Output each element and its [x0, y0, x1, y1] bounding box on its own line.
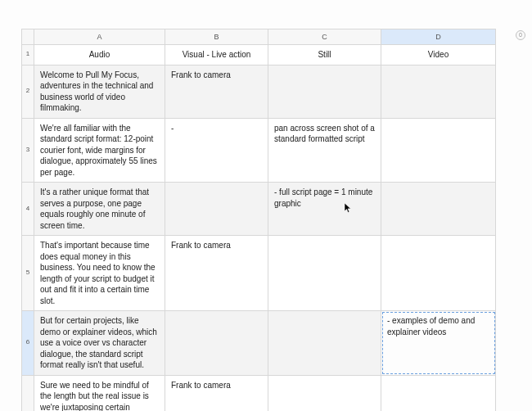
- column-group-handle-right[interactable]: 0: [516, 30, 525, 40]
- cell-d6[interactable]: - examples of demo and explainer videos: [381, 311, 496, 376]
- select-all-corner[interactable]: [22, 29, 34, 45]
- cell-c2[interactable]: [268, 65, 381, 118]
- cell-b3[interactable]: -: [165, 118, 268, 183]
- spreadsheet-viewport: 0 0 A B C D 1 Audio Visual - Live action…: [0, 0, 532, 411]
- cell-d2[interactable]: [381, 65, 496, 118]
- cell-a7[interactable]: Sure we need to be mindful of the length…: [34, 375, 165, 411]
- column-header-c[interactable]: C: [268, 29, 381, 45]
- column-header-a[interactable]: A: [34, 29, 165, 45]
- cell-b5[interactable]: Frank to camera: [165, 236, 268, 311]
- spreadsheet-grid[interactable]: A B C D 1 Audio Visual - Live action Sti…: [21, 29, 496, 411]
- cell-d7[interactable]: [381, 375, 496, 411]
- cell-c6[interactable]: [268, 311, 381, 376]
- cell-b6[interactable]: [165, 311, 268, 376]
- cell-c4[interactable]: - full script page = 1 minute graphic: [268, 183, 381, 236]
- cell-a4[interactable]: It's a rather unique format that serves …: [34, 183, 165, 236]
- cell-d4[interactable]: [381, 183, 496, 236]
- cell-a6[interactable]: But for certain projects, like demo or e…: [34, 311, 165, 376]
- cell-d3[interactable]: [381, 118, 496, 183]
- row-header-2[interactable]: 2: [22, 65, 34, 118]
- cell-a1[interactable]: Audio: [34, 45, 165, 65]
- cell-c3[interactable]: pan across screen shot of a standard for…: [268, 118, 381, 183]
- row-header-6[interactable]: 6: [22, 311, 34, 376]
- column-header-b[interactable]: B: [165, 29, 268, 45]
- cell-c5[interactable]: [268, 236, 381, 311]
- cell-c1[interactable]: Still: [268, 45, 381, 65]
- row-header-4[interactable]: 4: [22, 183, 34, 236]
- row-header-7[interactable]: 7: [22, 375, 34, 411]
- row-header-5[interactable]: 5: [22, 236, 34, 311]
- cell-d5[interactable]: [381, 236, 496, 311]
- cell-b4[interactable]: [165, 183, 268, 236]
- row-header-1[interactable]: 1: [22, 45, 34, 65]
- column-header-d[interactable]: D: [381, 29, 496, 45]
- cell-a3[interactable]: We're all familiar with the standard scr…: [34, 118, 165, 183]
- cell-b7[interactable]: Frank to camera: [165, 375, 268, 411]
- cell-a5[interactable]: That's important because time does equal…: [34, 236, 165, 311]
- cell-d1[interactable]: Video: [381, 45, 496, 65]
- row-header-3[interactable]: 3: [22, 118, 34, 183]
- cell-a2[interactable]: Welcome to Pull My Focus, adventures in …: [34, 65, 165, 118]
- cell-c7[interactable]: [268, 375, 381, 411]
- cell-b1[interactable]: Visual - Live action: [165, 45, 268, 65]
- cell-b2[interactable]: Frank to camera: [165, 65, 268, 118]
